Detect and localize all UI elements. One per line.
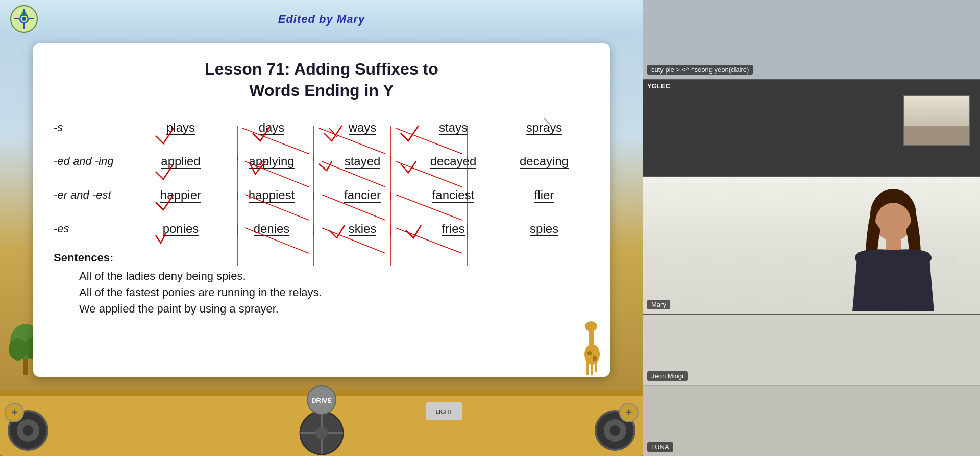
word-plays: plays [135, 121, 226, 135]
sentence-2: All of the fastest ponies are running in… [54, 286, 590, 299]
svg-rect-54 [591, 362, 593, 375]
sentences-label: Sentences: [54, 251, 590, 265]
word-group-s: plays days ways stays sprays [135, 121, 590, 135]
word-applied: applied [135, 154, 226, 169]
word-applying: applying [226, 154, 317, 169]
lesson-title-line1: Lesson 71: Adding Suffixes to [54, 59, 590, 80]
words-row-ed-ing: -ed and -ing applied applying stayed dec… [54, 149, 590, 174]
word-group-er-est: happier happiest fancier fanciest flier [135, 188, 590, 202]
word-group-es: ponies denies skies fries spies [135, 222, 590, 236]
main-presentation-area: Edited by Mary Lesson 71: Adding Suffixe… [0, 0, 643, 456]
participant-name-cutypie: cuty pie >-<^-^seong yeon(claire) [647, 65, 753, 75]
suffix-ed-ing: -ed and -ing [54, 155, 135, 168]
lesson-title-line2: Words Ending in Y [54, 80, 590, 102]
svg-text:DRIVE: DRIVE [311, 397, 332, 404]
svg-point-33 [610, 425, 620, 436]
svg-text:+: + [626, 406, 632, 418]
svg-point-61 [875, 203, 911, 242]
giraffe-svg [579, 314, 605, 375]
svg-point-39 [315, 427, 328, 439]
words-row-es: -es ponies denies skies fries spies [54, 217, 590, 241]
word-fries: fries [408, 222, 499, 236]
participant-name-yglec: YGLEC [647, 82, 670, 90]
participant-panel-yglec: YGLEC [643, 80, 980, 177]
words-row-s: -s plays days ways stays sprays [54, 115, 590, 140]
yglec-video-thumbnail [903, 95, 970, 146]
svg-rect-53 [586, 362, 589, 375]
lesson-card: Lesson 71: Adding Suffixes to Words Endi… [33, 43, 610, 377]
word-fanciest: fanciest [408, 188, 499, 202]
word-ways: ways [317, 121, 408, 135]
participant-panel-cutypie: cuty pie >-<^-^seong yeon(claire) [643, 0, 980, 80]
bus-decoration: + + DRIVE LIGHT [0, 374, 643, 456]
word-flier: flier [499, 188, 590, 202]
giraffe-decoration [579, 314, 605, 377]
header-bar: Edited by Mary [0, 0, 643, 38]
svg-point-51 [587, 351, 592, 355]
participant-name-luna: LUNA [647, 442, 673, 452]
words-table: -s plays days ways stays sprays -ed and … [54, 115, 590, 241]
word-happier: happier [135, 188, 226, 202]
svg-point-52 [593, 356, 597, 361]
sidebar: cuty pie >-<^-^seong yeon(claire) YGLEC [643, 0, 980, 456]
word-happiest: happiest [226, 188, 317, 202]
word-stayed: stayed [317, 154, 408, 169]
svg-point-30 [23, 425, 33, 436]
lesson-title: Lesson 71: Adding Suffixes to Words Endi… [54, 59, 590, 101]
svg-rect-55 [595, 362, 597, 372]
svg-point-64 [906, 250, 932, 266]
mary-person [847, 184, 939, 314]
word-decayed: decayed [408, 154, 499, 169]
word-decaying: decaying [499, 154, 590, 169]
svg-rect-49 [589, 329, 594, 354]
participant-panel-mary: Mary [643, 177, 980, 315]
suffix-es: -es [54, 222, 135, 235]
svg-point-63 [855, 250, 880, 266]
participant-name-jeonmingi: Jeon Mingi [647, 371, 688, 381]
sentence-1: All of the ladies deny being spies. [54, 270, 590, 283]
word-group-ed-ing: applied applying stayed decayed decaying [135, 154, 590, 169]
participant-panel-luna: LUNA [643, 386, 980, 456]
participant-panel-jeonmingi: Jeon Mingi [643, 315, 980, 386]
word-ponies: ponies [135, 222, 226, 236]
svg-point-50 [585, 321, 597, 331]
word-skies: skies [317, 222, 408, 236]
header-title: Edited by Mary [278, 13, 365, 26]
svg-text:+: + [11, 406, 17, 418]
participant-name-mary: Mary [647, 300, 670, 309]
word-sprays: sprays [499, 121, 590, 135]
sentences-section: Sentences: All of the ladies deny being … [54, 251, 590, 316]
word-fancier: fancier [317, 188, 408, 202]
word-denies: denies [226, 222, 317, 236]
svg-point-3 [22, 17, 26, 21]
sentence-3: We applied the paint by using a sprayer. [54, 302, 590, 316]
suffix-s: -s [54, 121, 135, 134]
word-spies: spies [499, 222, 590, 236]
words-row-er-est: -er and -est happier happiest fancier fa… [54, 183, 590, 207]
word-days: days [226, 121, 317, 135]
suffix-er-est: -er and -est [54, 188, 135, 202]
svg-text:LIGHT: LIGHT [436, 409, 453, 415]
word-stays: stays [408, 121, 499, 135]
bus-svg: + + DRIVE LIGHT [0, 374, 643, 456]
logo [10, 5, 38, 33]
